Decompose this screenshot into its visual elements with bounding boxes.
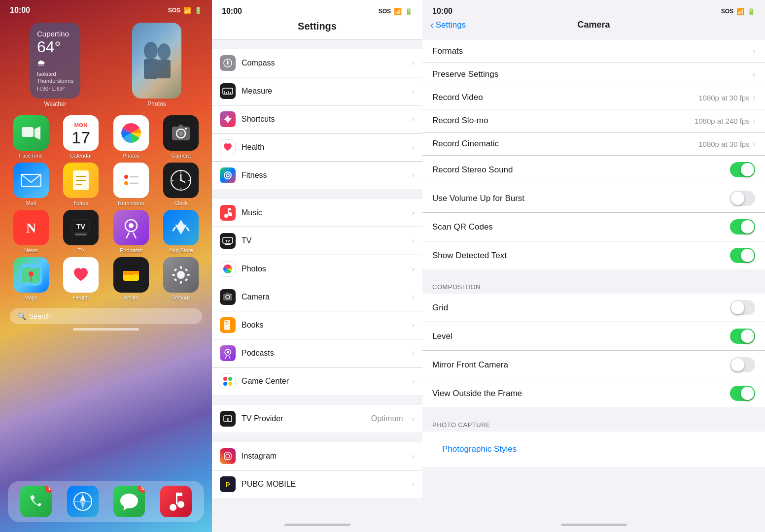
- settings-row-music[interactable]: Music ›: [212, 199, 422, 227]
- grid-toggle[interactable]: [730, 300, 755, 315]
- detected-text-toggle[interactable]: [730, 248, 755, 263]
- dock-music[interactable]: [160, 486, 192, 517]
- settings-row-tv[interactable]: TV TV ›: [212, 227, 422, 255]
- calendar-date: 17: [71, 129, 90, 146]
- record-video-chevron: ›: [753, 93, 755, 102]
- photographic-styles-label[interactable]: Photographic Styles: [432, 438, 526, 461]
- svg-point-34: [129, 223, 134, 228]
- app-tv[interactable]: TV TV: [58, 210, 104, 253]
- mirror-toggle[interactable]: [730, 357, 755, 372]
- app-appstore[interactable]: App Store: [158, 210, 205, 253]
- phone-badge: 1: [45, 486, 52, 493]
- camera-row-preserve[interactable]: Preserve Settings ›: [422, 63, 765, 86]
- settings-row-fitness[interactable]: Fitness ›: [212, 162, 422, 189]
- settings-row-podcasts[interactable]: Podcasts ›: [212, 339, 422, 367]
- camera-icon: [163, 115, 199, 151]
- svg-rect-32: [75, 233, 87, 235]
- svg-rect-78: [225, 244, 231, 245]
- formats-chevron: ›: [753, 47, 755, 56]
- app-photos[interactable]: Photos: [108, 115, 154, 159]
- svg-marker-5: [35, 126, 40, 140]
- settings-row-compass[interactable]: Compass ›: [212, 49, 422, 77]
- settings-row-health[interactable]: Health ›: [212, 133, 422, 162]
- app-clock[interactable]: Clock: [158, 163, 205, 206]
- svg-rect-15: [120, 169, 142, 191]
- settings-row-books[interactable]: Books ›: [212, 311, 422, 339]
- settings-row-tvprovider[interactable]: S TV Provider Optimum ›: [212, 405, 422, 432]
- app-camera[interactable]: Camera: [158, 115, 205, 159]
- instagram-icon: [220, 448, 236, 464]
- camera-row-detected-text[interactable]: Show Detected Text: [422, 241, 765, 269]
- level-toggle[interactable]: [730, 329, 755, 344]
- qr-toggle[interactable]: [730, 219, 755, 234]
- app-notes[interactable]: Notes: [58, 163, 104, 206]
- dock-messages[interactable]: 5: [113, 486, 145, 517]
- app-maps[interactable]: Maps: [8, 257, 54, 300]
- camera-row-stereo[interactable]: Record Stereo Sound: [422, 156, 765, 184]
- stereo-toggle[interactable]: [730, 162, 755, 177]
- photos-widget-container[interactable]: Photos: [109, 23, 204, 107]
- detected-text-label: Show Detected Text: [432, 251, 730, 261]
- weather-widget-container[interactable]: Cupertino 64° 🌧 IsolatedThunderstorms H:…: [8, 23, 103, 107]
- app-calendar[interactable]: MON 17 Calendar: [58, 115, 104, 159]
- instagram-label: Instagram: [242, 452, 406, 461]
- svg-line-88: [225, 356, 227, 359]
- app-podcasts[interactable]: Podcasts: [108, 210, 154, 253]
- calendar-day-name: MON: [63, 120, 99, 129]
- svg-rect-47: [172, 274, 175, 276]
- notes-icon: [63, 163, 99, 198]
- camera-row-formats[interactable]: Formats ›: [422, 40, 765, 63]
- camera-row-burst[interactable]: Use Volume Up for Burst: [422, 184, 765, 213]
- stereo-label: Record Stereo Sound: [432, 165, 730, 175]
- search-bar[interactable]: 🔍 Search: [10, 308, 202, 324]
- photos-widget[interactable]: [132, 23, 181, 99]
- fitness-icon: [220, 167, 236, 183]
- weather-widget[interactable]: Cupertino 64° 🌧 IsolatedThunderstorms H:…: [30, 23, 80, 99]
- camera-back-button[interactable]: ‹ Settings: [430, 19, 466, 31]
- app-tv-label: TV: [77, 247, 84, 253]
- record-slomo-value: 1080p at 240 fps: [695, 117, 750, 125]
- svg-rect-85: [225, 325, 229, 325]
- level-label: Level: [432, 332, 730, 341]
- home-wifi-icon: 📶: [183, 7, 191, 14]
- camera-row-record-slomo[interactable]: Record Slo-mo 1080p at 240 fps ›: [422, 109, 765, 133]
- camera-row-photo-styles[interactable]: Photographic Styles: [422, 432, 765, 467]
- app-health[interactable]: Health: [58, 257, 104, 300]
- dock: 1 5: [8, 481, 204, 522]
- app-news[interactable]: N News: [8, 210, 54, 253]
- photos-settings-chevron: ›: [412, 265, 415, 273]
- settings-row-shortcuts[interactable]: Shortcuts ›: [212, 105, 422, 133]
- settings-row-photos[interactable]: Photos ›: [212, 255, 422, 283]
- pubg-label: PUBG MOBILE: [242, 480, 406, 489]
- dock-safari[interactable]: [67, 486, 99, 517]
- record-video-value: 1080p at 30 fps: [698, 94, 749, 102]
- camera-row-record-cinematic[interactable]: Record Cinematic 1080p at 30 fps ›: [422, 133, 765, 156]
- settings-row-instagram[interactable]: Instagram ›: [212, 442, 422, 470]
- outside-frame-toggle[interactable]: [730, 386, 755, 401]
- settings-row-pubg[interactable]: P PUBG MOBILE ›: [212, 470, 422, 498]
- camera-row-outside-frame[interactable]: View Outside the Frame: [422, 379, 765, 407]
- app-facetime[interactable]: FaceTime: [8, 115, 54, 159]
- camera-row-record-video[interactable]: Record Video 1080p at 30 fps ›: [422, 86, 765, 109]
- app-wallet-label: Wallet: [124, 295, 139, 300]
- app-reminders[interactable]: Reminders: [108, 163, 154, 206]
- svg-marker-56: [80, 495, 86, 501]
- level-toggle-knob: [741, 330, 754, 343]
- svg-line-35: [126, 233, 129, 238]
- app-mail[interactable]: Mail: [8, 163, 54, 206]
- search-placeholder: Search: [29, 312, 51, 320]
- burst-toggle[interactable]: [730, 191, 755, 206]
- dock-phone[interactable]: 1: [20, 486, 52, 517]
- svg-point-59: [177, 501, 184, 508]
- app-settings[interactable]: Settings: [158, 257, 205, 300]
- svg-rect-75: [228, 208, 231, 210]
- app-wallet[interactable]: Wallet: [108, 257, 154, 300]
- camera-row-mirror[interactable]: Mirror Front Camera: [422, 351, 765, 379]
- settings-row-gamecenter[interactable]: Game Center ›: [212, 367, 422, 395]
- settings-row-camera[interactable]: Camera ›: [212, 283, 422, 311]
- settings-row-measure[interactable]: Measure ›: [212, 77, 422, 105]
- svg-marker-57: [80, 501, 86, 508]
- camera-row-level[interactable]: Level: [422, 322, 765, 351]
- camera-row-qr[interactable]: Scan QR Codes: [422, 213, 765, 241]
- camera-row-grid[interactable]: Grid: [422, 294, 765, 322]
